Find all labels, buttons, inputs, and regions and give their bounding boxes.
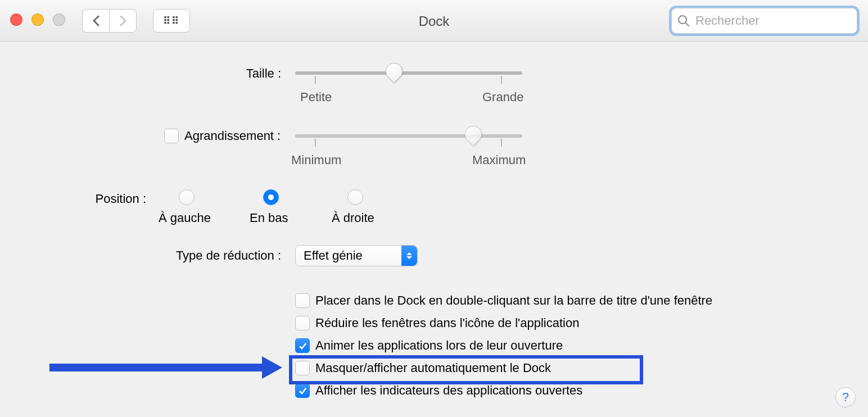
size-slider-thumb[interactable] bbox=[382, 60, 406, 83]
mag-tick-min bbox=[315, 139, 316, 147]
mag-max-label: Maximum bbox=[472, 153, 526, 167]
position-left-label: À gauche bbox=[159, 211, 211, 225]
position-right-radio[interactable] bbox=[347, 189, 363, 205]
dblclick-row: Placer dans le Dock en double-cliquant s… bbox=[295, 293, 712, 308]
reduce-in-icon-checkbox[interactable] bbox=[295, 316, 310, 330]
position-label: Position : bbox=[0, 192, 146, 206]
magnification-slider-thumb[interactable] bbox=[462, 123, 485, 146]
search-field[interactable] bbox=[671, 8, 857, 34]
reduce-in-icon-label: Réduire les fenêtres dans l'icône de l'a… bbox=[315, 316, 579, 330]
show-indicators-checkbox[interactable] bbox=[295, 383, 310, 398]
annotation-highlight-box bbox=[289, 355, 643, 384]
animate-open-label: Animer les applications lors de leur ouv… bbox=[315, 338, 563, 353]
help-label: ? bbox=[842, 390, 849, 405]
size-label: Taille : bbox=[0, 66, 281, 81]
magnification-label: Agrandissement : bbox=[184, 129, 281, 143]
search-input[interactable] bbox=[694, 13, 857, 29]
preferences-pane: Taille : Petite Grande Agrandissement : … bbox=[0, 42, 868, 417]
mag-tick-max bbox=[501, 139, 502, 147]
svg-line-1 bbox=[685, 22, 689, 26]
dblclick-checkbox[interactable] bbox=[295, 293, 310, 308]
dropdown-arrows-icon bbox=[401, 246, 417, 266]
minimize-effect-value: Effet génie bbox=[296, 248, 370, 263]
minimize-effect-dropdown[interactable]: Effet génie bbox=[295, 245, 418, 266]
show-indicators-row: Afficher les indicateurs des application… bbox=[295, 383, 712, 398]
animate-open-checkbox[interactable] bbox=[295, 338, 310, 353]
position-bottom-label: En bas bbox=[250, 211, 288, 225]
size-slider[interactable] bbox=[295, 71, 522, 75]
annotation-arrow bbox=[49, 356, 286, 379]
magnification-slider[interactable] bbox=[295, 134, 522, 138]
magnification-row: Agrandissement : bbox=[164, 129, 281, 143]
minimize-type-label: Type de réduction : bbox=[0, 248, 281, 263]
reduce-in-icon-row: Réduire les fenêtres dans l'icône de l'a… bbox=[295, 316, 712, 330]
mag-min-label: Minimum bbox=[291, 153, 341, 167]
show-indicators-label: Afficher les indicateurs des application… bbox=[315, 383, 582, 398]
dblclick-label: Placer dans le Dock en double-cliquant s… bbox=[315, 293, 712, 308]
titlebar: ⠿⠿ Dock bbox=[0, 0, 868, 42]
position-left-radio[interactable] bbox=[179, 189, 195, 205]
size-max-label: Grande bbox=[482, 90, 523, 105]
help-button[interactable]: ? bbox=[835, 387, 856, 407]
animate-open-row: Animer les applications lors de leur ouv… bbox=[295, 338, 712, 353]
position-bottom-radio[interactable] bbox=[263, 189, 279, 205]
size-tick-min bbox=[315, 76, 316, 84]
size-tick-max bbox=[501, 76, 502, 84]
size-min-label: Petite bbox=[300, 90, 332, 105]
search-icon bbox=[677, 15, 690, 27]
position-right-label: À droite bbox=[332, 211, 374, 225]
magnification-checkbox[interactable] bbox=[164, 129, 179, 143]
